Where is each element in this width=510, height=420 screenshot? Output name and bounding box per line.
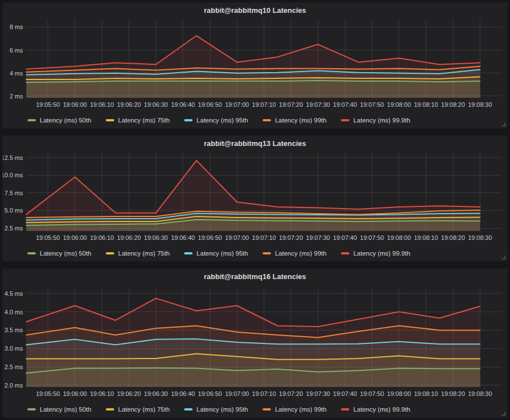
svg-text:19:08:20: 19:08:20	[441, 234, 465, 241]
svg-text:19:07:00: 19:07:00	[225, 101, 249, 108]
svg-text:19:06:20: 19:06:20	[117, 234, 141, 241]
legend-item-75th[interactable]: Latency (ms) 75th	[106, 406, 170, 413]
svg-text:12.5 ms: 12.5 ms	[3, 154, 23, 161]
series-color-marker	[341, 252, 349, 254]
svg-text:19:08:00: 19:08:00	[387, 101, 411, 108]
panel-rabbitmq10: rabbit@rabbitmq10 Latencies 2 ms4 ms6 ms…	[2, 2, 508, 129]
svg-text:19:06:10: 19:06:10	[90, 234, 114, 241]
panel-title-rabbitmq10[interactable]: rabbit@rabbitmq10 Latencies	[3, 3, 507, 17]
legend-label: Latency (ms) 99.9th	[353, 117, 410, 124]
svg-text:19:07:30: 19:07:30	[306, 390, 330, 397]
series-color-marker	[263, 408, 271, 410]
chart-legend: Latency (ms) 50th Latency (ms) 75th Late…	[3, 402, 507, 417]
series-color-marker	[184, 252, 193, 254]
svg-text:19:07:30: 19:07:30	[306, 101, 330, 108]
svg-text:19:07:40: 19:07:40	[333, 234, 357, 241]
legend-label: Latency (ms) 50th	[40, 406, 91, 413]
series-color-marker	[27, 408, 36, 410]
svg-text:4 ms: 4 ms	[10, 70, 23, 77]
legend-item-999th[interactable]: Latency (ms) 99.9th	[341, 117, 410, 124]
svg-text:19:08:30: 19:08:30	[468, 390, 492, 397]
svg-text:19:06:50: 19:06:50	[198, 101, 222, 108]
svg-text:19:08:30: 19:08:30	[468, 101, 492, 108]
series-color-marker	[263, 252, 271, 254]
svg-text:19:06:50: 19:06:50	[198, 234, 222, 241]
svg-text:4.0 ms: 4.0 ms	[4, 309, 24, 315]
legend-item-50th[interactable]: Latency (ms) 50th	[27, 406, 91, 413]
legend-label: Latency (ms) 99th	[275, 117, 326, 124]
svg-text:3.5 ms: 3.5 ms	[4, 327, 24, 333]
latency-chart-rabbitmq13[interactable]: 2.5 ms5.0 ms7.5 ms10.0 ms12.5 ms19:05:50…	[3, 150, 508, 246]
svg-text:19:06:30: 19:06:30	[144, 234, 168, 241]
svg-text:19:07:40: 19:07:40	[333, 101, 357, 108]
series-color-marker	[263, 119, 271, 121]
legend-label: Latency (ms) 75th	[118, 117, 170, 124]
svg-text:19:08:30: 19:08:30	[468, 234, 492, 241]
legend-item-75th[interactable]: Latency (ms) 75th	[106, 250, 170, 257]
svg-text:6 ms: 6 ms	[10, 47, 23, 54]
svg-text:19:07:20: 19:07:20	[279, 101, 303, 108]
series-color-marker	[341, 408, 349, 410]
latency-chart-rabbitmq10[interactable]: 2 ms4 ms6 ms8 ms19:05:5019:06:0019:06:10…	[3, 17, 508, 112]
svg-text:19:07:30: 19:07:30	[306, 234, 330, 241]
series-color-marker	[27, 252, 36, 254]
chart-legend: Latency (ms) 50th Latency (ms) 75th Late…	[3, 112, 507, 128]
svg-text:19:08:20: 19:08:20	[441, 390, 465, 397]
svg-text:19:08:00: 19:08:00	[387, 390, 411, 397]
panel-resize-handle-icon[interactable]	[502, 256, 506, 259]
legend-item-99th[interactable]: Latency (ms) 99th	[263, 117, 326, 124]
legend-item-99th[interactable]: Latency (ms) 99th	[263, 406, 326, 413]
svg-text:19:07:50: 19:07:50	[360, 390, 384, 397]
svg-text:19:05:50: 19:05:50	[36, 101, 60, 108]
svg-text:10.0 ms: 10.0 ms	[3, 172, 23, 178]
svg-text:5.0 ms: 5.0 ms	[4, 207, 24, 214]
svg-text:19:07:10: 19:07:10	[252, 101, 276, 108]
svg-text:19:08:10: 19:08:10	[414, 234, 438, 241]
svg-text:19:06:30: 19:06:30	[144, 390, 168, 397]
panel-title-rabbitmq13[interactable]: rabbit@rabbitmq13 Latencies	[3, 136, 507, 150]
svg-text:8 ms: 8 ms	[10, 23, 23, 30]
legend-label: Latency (ms) 75th	[118, 406, 170, 413]
legend-item-95th[interactable]: Latency (ms) 95th	[184, 250, 248, 257]
svg-text:19:07:20: 19:07:20	[279, 390, 303, 397]
svg-text:19:08:10: 19:08:10	[414, 101, 438, 108]
svg-text:19:05:50: 19:05:50	[36, 390, 60, 397]
svg-text:19:06:20: 19:06:20	[117, 390, 141, 397]
svg-text:19:05:50: 19:05:50	[36, 234, 60, 241]
series-color-marker	[106, 119, 114, 121]
svg-text:19:06:00: 19:06:00	[63, 234, 87, 241]
panel-title-rabbitmq16[interactable]: rabbit@rabbitmq16 Latencies	[3, 269, 507, 284]
svg-text:2.0 ms: 2.0 ms	[4, 382, 24, 389]
legend-item-999th[interactable]: Latency (ms) 99.9th	[341, 250, 410, 257]
latency-chart-rabbitmq16[interactable]: 2.0 ms2.5 ms3.0 ms3.5 ms4.0 ms4.5 ms19:0…	[3, 284, 508, 402]
panel-resize-handle-icon[interactable]	[502, 412, 506, 416]
panel-rabbitmq13: rabbit@rabbitmq13 Latencies 2.5 ms5.0 ms…	[2, 135, 508, 262]
legend-item-50th[interactable]: Latency (ms) 50th	[27, 117, 91, 124]
svg-text:2.5 ms: 2.5 ms	[4, 364, 24, 370]
legend-item-95th[interactable]: Latency (ms) 95th	[184, 406, 248, 413]
svg-text:19:08:00: 19:08:00	[387, 234, 411, 241]
svg-text:19:06:10: 19:06:10	[90, 101, 114, 108]
svg-text:19:06:10: 19:06:10	[90, 390, 114, 397]
legend-item-50th[interactable]: Latency (ms) 50th	[27, 250, 91, 257]
svg-text:19:07:50: 19:07:50	[360, 101, 384, 108]
legend-item-95th[interactable]: Latency (ms) 95th	[184, 117, 248, 124]
panel-resize-handle-icon[interactable]	[502, 122, 506, 126]
svg-text:19:06:30: 19:06:30	[144, 101, 168, 108]
series-color-marker	[106, 408, 114, 410]
svg-text:19:06:20: 19:06:20	[117, 101, 141, 108]
series-color-marker	[341, 119, 349, 121]
svg-text:3.0 ms: 3.0 ms	[4, 345, 24, 352]
legend-label: Latency (ms) 99th	[275, 406, 326, 413]
svg-text:19:07:00: 19:07:00	[225, 234, 249, 241]
legend-item-99th[interactable]: Latency (ms) 99th	[263, 250, 326, 257]
svg-text:19:06:50: 19:06:50	[198, 390, 222, 397]
legend-label: Latency (ms) 95th	[196, 117, 248, 124]
legend-item-75th[interactable]: Latency (ms) 75th	[106, 117, 170, 124]
legend-label: Latency (ms) 50th	[40, 117, 91, 124]
legend-item-999th[interactable]: Latency (ms) 99.9th	[341, 406, 410, 413]
svg-text:19:07:10: 19:07:10	[252, 390, 276, 397]
legend-label: Latency (ms) 99.9th	[353, 406, 410, 413]
legend-label: Latency (ms) 75th	[118, 250, 170, 257]
svg-text:19:06:00: 19:06:00	[63, 101, 87, 108]
